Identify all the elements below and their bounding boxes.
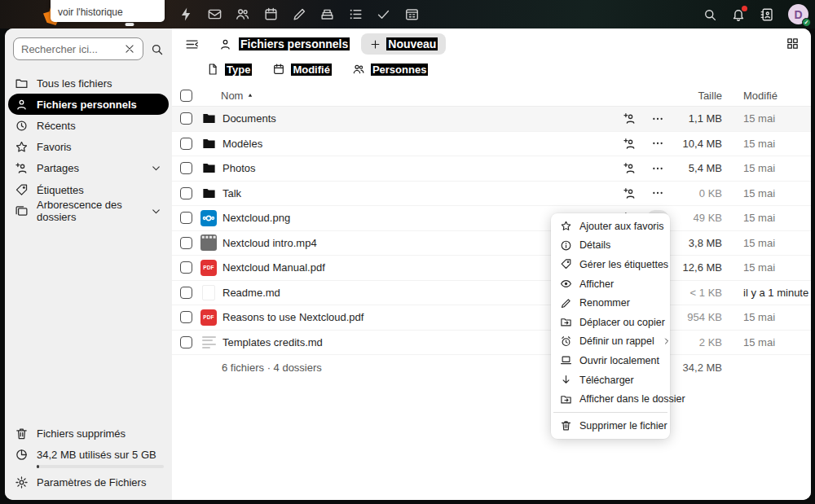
notifications-bell-icon[interactable] [731,7,746,22]
sidebar-item[interactable]: Partages [8,158,169,179]
sidebar-item[interactable]: Tous les fichiers [8,72,169,94]
row-checkbox[interactable] [180,212,192,224]
table-row[interactable]: Nextcloud intro.mp4 3,8 MB 15 mai [172,231,811,256]
table-row[interactable]: Talk 0 KB 15 mai [172,182,811,207]
quota[interactable]: 34,2 MB utilisés sur 5 GB [8,445,169,472]
menu-item[interactable]: Ajouter aux favoris [551,217,670,236]
file-size: 0 KB [668,187,722,199]
app-activity-icon[interactable] [172,0,200,28]
sidebar-search-row: Rechercher ici... [5,28,172,60]
file-modified: 15 mai [743,336,811,348]
table-row[interactable]: Photos 5,4 MB 15 mai [172,156,811,182]
menu-item[interactable]: Afficher dans le dossier [551,389,670,409]
menu-item[interactable]: Afficher [551,274,670,294]
table-row[interactable]: Documents 1,1 MB 15 mai [172,107,811,132]
table-row[interactable]: Templates credits.md 2 KB 15 mai [172,331,811,356]
summary-row: 6 fichiers · 4 dossiers 34,2 MB [172,355,811,380]
column-header-modified[interactable]: Modifié [743,90,811,102]
chevron-down-icon[interactable] [150,162,162,174]
menu-item[interactable]: Gérer les étiquettes [551,255,670,274]
app-calendar-icon[interactable] [257,0,285,28]
column-header-size[interactable]: Taille [668,90,722,102]
app-todos-icon[interactable] [370,0,399,28]
file-modified: 15 mai [743,138,811,150]
menu-item[interactable]: Définir un rappel [551,332,670,352]
trash-icon [560,419,572,432]
table-row[interactable]: Nextcloud.png 49 KB 15 mai [172,206,811,231]
search-submit-icon[interactable] [150,42,165,56]
app-deck-icon[interactable] [313,0,341,28]
menu-item[interactable]: Renommer [551,293,670,313]
filter-chip-modifié[interactable]: Modifié [272,63,332,76]
app-mail-icon[interactable] [200,0,229,28]
actions-menu-button[interactable] [647,136,668,151]
file-modified: 15 mai [743,261,811,274]
file-list: Documents 1,1 MB 15 mai Modèles 10,4 MB … [172,107,811,355]
row-checkbox[interactable] [180,162,192,174]
menu-item[interactable]: Déplacer ou copier [551,313,670,332]
grid-view-icon[interactable] [786,37,800,50]
row-checkbox[interactable] [180,336,192,348]
share-button[interactable] [623,161,637,175]
row-checkbox[interactable] [180,311,192,323]
breadcrumb[interactable]: Fichiers personnels [218,37,350,51]
filter-chip-label: Type [225,64,252,76]
actions-menu-button[interactable] [647,160,668,176]
menu-item[interactable]: Détails [551,236,670,256]
menu-item[interactable]: Supprimer le fichier [551,416,670,436]
contacts-menu-icon[interactable] [760,7,774,22]
row-checkbox[interactable] [180,287,192,299]
app-planner-icon[interactable] [398,0,426,28]
menu-item[interactable]: Télécharger [551,370,670,390]
column-header-name[interactable]: Nom [221,90,615,102]
sidebar-item[interactable]: Arborescence des dossiers [8,200,169,221]
people-icon [352,63,365,76]
clear-search-icon[interactable] [124,43,135,55]
share-button[interactable] [623,186,637,200]
filter-chip-personnes[interactable]: Personnes [352,63,428,76]
actions-menu-button[interactable] [647,111,668,126]
sidebar-item[interactable]: Favoris [8,137,169,158]
app-contacts-icon[interactable] [229,0,258,28]
file-modified: 15 mai [743,187,811,199]
row-checkbox[interactable] [180,261,192,274]
sidebar-item-trash[interactable]: Fichiers supprimés [8,423,169,445]
menu-item-label: Gérer les étiquettes [579,259,668,270]
new-button[interactable]: Nouveau [361,33,446,55]
plus-icon [369,38,381,50]
search-input[interactable]: Rechercher ici... [13,37,143,60]
sidebar-item-settings[interactable]: Paramètres de Fichiers [8,472,169,493]
file-modified: il y a 1 minute [743,287,811,299]
sidebar-item[interactable]: Récents [8,115,169,136]
pencil-icon [560,297,572,309]
app-tasks-icon[interactable] [341,0,370,28]
text-file-icon [200,334,217,350]
move-icon [560,316,572,328]
sidebar-item[interactable]: Fichiers personnels [8,94,169,115]
unified-search-icon[interactable] [703,7,717,22]
chevron-down-icon[interactable] [150,205,162,217]
menu-item[interactable]: Ouvrir localement [551,351,670,370]
table-row[interactable]: PDF Nextcloud Manual.pdf 12,6 MB 15 mai [172,256,811,281]
sidebar-footer: Fichiers supprimés 34,2 MB utilisés sur … [8,423,169,494]
row-checkbox[interactable] [180,237,192,249]
select-all-checkbox[interactable] [180,90,192,102]
actions-menu-button[interactable] [647,186,668,201]
avatar[interactable]: D ✓ [788,4,808,24]
table-row[interactable]: Modèles 10,4 MB 15 mai [172,132,811,157]
search-placeholder: Rechercher ici... [21,43,98,55]
table-row[interactable]: PDF Reasons to use Nextcloud.pdf 954 KB … [172,305,811,331]
row-checkbox[interactable] [180,112,192,125]
share-button[interactable] [623,137,637,151]
menu-item-label: Détails [579,239,610,251]
row-checkbox[interactable] [180,138,192,150]
filter-chip-type[interactable]: Type [206,63,252,76]
sidebar-item[interactable]: Étiquettes [8,179,169,200]
eye-icon [560,278,572,290]
row-checkbox[interactable] [180,187,192,199]
table-row[interactable]: Readme.md < 1 KB il y a 1 minute [172,281,811,306]
app-notes-icon[interactable] [285,0,314,28]
share-button[interactable] [623,112,637,125]
settings-label: Paramètres de Fichiers [37,476,146,489]
sidebar-toggle-icon[interactable] [184,37,200,52]
